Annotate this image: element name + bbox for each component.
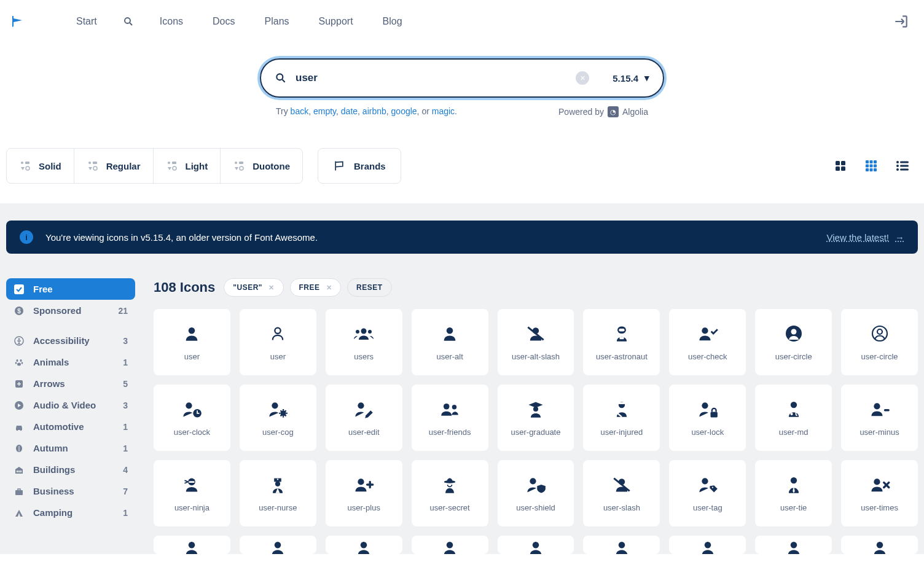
sidebar-business[interactable]: Business7 bbox=[6, 480, 135, 502]
icon-user-alt[interactable]: user-alt bbox=[412, 309, 488, 375]
icon-user-cog[interactable]: user-cog bbox=[240, 385, 316, 451]
chip-free[interactable]: FREE✕ bbox=[290, 278, 342, 297]
nav-icons[interactable]: Icons bbox=[145, 10, 198, 33]
sidebar-arrows[interactable]: Arrows5 bbox=[6, 373, 135, 394]
icon-user-slash[interactable]: user-slash bbox=[583, 460, 660, 526]
icon-user-times[interactable]: user-times bbox=[841, 460, 918, 526]
sidebar-camping[interactable]: Camping1 bbox=[6, 502, 135, 523]
svg-rect-17 bbox=[841, 161, 845, 165]
sign-in-icon[interactable] bbox=[893, 14, 909, 29]
icon-user-alt-slash[interactable]: user-alt-slash bbox=[498, 309, 574, 375]
view-roomy-icon[interactable] bbox=[834, 160, 847, 172]
icon-peek[interactable] bbox=[154, 536, 230, 554]
powered-by-algolia[interactable]: Powered by ◔ Algolia bbox=[558, 106, 648, 117]
try-google[interactable]: google bbox=[391, 106, 417, 116]
try-back[interactable]: back bbox=[291, 106, 309, 116]
icon-user-clock[interactable]: user-clock bbox=[154, 385, 230, 451]
sidebar-automotive[interactable]: Automotive1 bbox=[6, 416, 135, 437]
brands-filter[interactable]: Brands bbox=[318, 148, 401, 184]
nav-start[interactable]: Start bbox=[61, 10, 112, 33]
icon-user-lock[interactable]: user-lock bbox=[669, 385, 746, 451]
brand-logo[interactable] bbox=[6, 14, 31, 29]
icon-user-shield[interactable]: user-shield bbox=[498, 460, 574, 526]
sidebar-animals[interactable]: Animals1 bbox=[6, 351, 135, 373]
search-input[interactable] bbox=[296, 72, 567, 84]
icon-user-secret[interactable]: user-secret bbox=[412, 460, 488, 526]
view-list-icon[interactable] bbox=[896, 160, 909, 172]
user-plus-icon bbox=[353, 475, 374, 494]
icon-user-circle[interactable]: user-circle bbox=[755, 309, 832, 375]
icon-user-minus[interactable]: user-minus bbox=[841, 385, 918, 451]
style-icon bbox=[166, 160, 178, 172]
icon-peek[interactable] bbox=[326, 536, 402, 554]
svg-rect-24 bbox=[870, 165, 873, 168]
icon-user-nurse[interactable]: user-nurse bbox=[240, 460, 316, 526]
view-compact-icon[interactable] bbox=[865, 160, 877, 172]
nav-support[interactable]: Support bbox=[304, 10, 368, 33]
icon-peek[interactable] bbox=[240, 536, 316, 554]
results-count: 108 Icons bbox=[154, 279, 215, 295]
sidebar-accessibility[interactable]: Accessibility3 bbox=[6, 330, 135, 351]
icon-peek[interactable] bbox=[412, 536, 488, 554]
user-clock-icon bbox=[181, 399, 202, 419]
icon-user-friends[interactable]: user-friends bbox=[412, 385, 488, 451]
nav-docs[interactable]: Docs bbox=[198, 10, 249, 33]
icon-user-astronaut[interactable]: user-astronaut bbox=[583, 309, 660, 375]
icon-peek[interactable] bbox=[583, 536, 660, 554]
search-box: ✕ 5.15.4 ▾ bbox=[260, 58, 664, 98]
icon-user-injured[interactable]: user-injured bbox=[583, 385, 660, 451]
try-airbnb[interactable]: airbnb bbox=[362, 106, 386, 116]
algolia-icon: ◔ bbox=[608, 106, 619, 117]
icon-user-tag[interactable]: user-tag bbox=[669, 460, 746, 526]
icon-user-edit[interactable]: user-edit bbox=[326, 385, 402, 451]
try-magic[interactable]: magic bbox=[432, 106, 455, 116]
icon-user-plus[interactable]: user-plus bbox=[326, 460, 402, 526]
try-date[interactable]: date bbox=[341, 106, 358, 116]
svg-rect-25 bbox=[874, 165, 877, 168]
svg-point-91 bbox=[790, 413, 793, 415]
icon-peek[interactable] bbox=[669, 536, 746, 554]
user-injured-icon bbox=[613, 399, 630, 419]
style-duotone[interactable]: Duotone bbox=[221, 149, 302, 183]
icon-user-graduate[interactable]: user-graduate bbox=[498, 385, 574, 451]
svg-rect-11 bbox=[172, 162, 176, 164]
svg-rect-34 bbox=[900, 169, 909, 171]
icon-peek[interactable] bbox=[498, 536, 574, 554]
icon-user[interactable]: user bbox=[240, 309, 316, 375]
clear-search-icon[interactable]: ✕ bbox=[576, 71, 589, 85]
icon-user-tie[interactable]: user-tie bbox=[755, 460, 832, 526]
icon-user-circle[interactable]: user-circle bbox=[841, 309, 918, 375]
style-regular[interactable]: Regular bbox=[74, 149, 154, 183]
try-empty[interactable]: empty bbox=[313, 106, 336, 116]
chip-user[interactable]: "USER"✕ bbox=[224, 278, 283, 297]
user-graduate-icon bbox=[527, 399, 545, 419]
sidebar-sponsored[interactable]: $Sponsored21 bbox=[6, 300, 135, 321]
svg-rect-95 bbox=[189, 481, 195, 483]
style-light[interactable]: Light bbox=[154, 149, 221, 183]
style-solid[interactable]: Solid bbox=[7, 149, 74, 183]
icon-peek[interactable] bbox=[755, 536, 832, 554]
version-select[interactable]: 5.15.4 ▾ bbox=[613, 72, 649, 84]
sidebar-autumn[interactable]: Autumn1 bbox=[6, 437, 135, 459]
svg-point-72 bbox=[272, 402, 278, 408]
icon-user[interactable]: user bbox=[154, 309, 230, 375]
nav-blog[interactable]: Blog bbox=[368, 10, 417, 33]
icon-user-md[interactable]: user-md bbox=[755, 385, 832, 451]
view-latest-link[interactable]: View the latest! → bbox=[827, 232, 904, 243]
nav-search-icon[interactable] bbox=[112, 10, 145, 33]
icon-user-ninja[interactable]: user-ninja bbox=[154, 460, 230, 526]
svg-point-103 bbox=[712, 486, 713, 488]
sidebar-free[interactable]: Free bbox=[6, 278, 135, 300]
svg-point-33 bbox=[896, 168, 899, 171]
icon-users[interactable]: users bbox=[326, 309, 402, 375]
chip-reset[interactable]: RESET bbox=[347, 278, 392, 297]
svg-rect-93 bbox=[883, 409, 889, 411]
style-icon bbox=[19, 160, 31, 172]
icon-user-check[interactable]: user-check bbox=[669, 309, 746, 375]
sidebar-buildings[interactable]: Buildings4 bbox=[6, 459, 135, 480]
user-slash-icon bbox=[613, 475, 631, 494]
paw-icon bbox=[14, 357, 25, 367]
sidebar-audio-video[interactable]: Audio & Video3 bbox=[6, 394, 135, 416]
nav-plans[interactable]: Plans bbox=[250, 10, 304, 33]
icon-peek[interactable] bbox=[841, 536, 918, 554]
